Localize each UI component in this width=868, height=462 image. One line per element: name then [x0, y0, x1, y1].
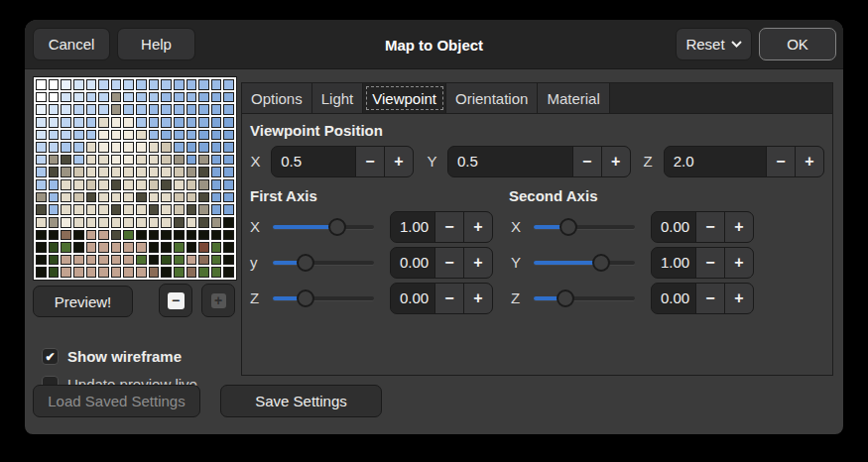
show-wireframe-row[interactable]: ✔ Show wireframe: [42, 348, 182, 365]
decrement-button[interactable]: −: [695, 248, 724, 278]
increment-button[interactable]: +: [724, 248, 753, 278]
tab-light[interactable]: Light: [312, 83, 364, 113]
preview-cell: [73, 179, 84, 190]
slider-handle[interactable]: [559, 218, 577, 236]
preview-cell: [36, 92, 47, 103]
preview-cell: [136, 242, 147, 253]
zoom-in-icon: +: [211, 293, 226, 308]
preview-cell: [136, 117, 147, 128]
preview-cell: [86, 79, 97, 90]
slider-handle[interactable]: [557, 289, 574, 307]
vp-y-decrement-button[interactable]: −: [572, 147, 601, 176]
vp-z-spinbutton: 2.0 − +: [664, 146, 824, 177]
preview-button[interactable]: Preview!: [33, 286, 133, 317]
preview-cell: [174, 92, 185, 103]
second-axis-x-input[interactable]: 0.00: [652, 212, 695, 242]
vp-x-input[interactable]: 0.5: [272, 147, 355, 176]
zoom-out-icon: −: [168, 292, 185, 309]
preview-cell: [223, 92, 234, 103]
tab-viewpoint[interactable]: Viewpoint: [363, 83, 446, 113]
first-axis-y-spinbutton: 0.00 − +: [390, 247, 493, 279]
slider-handle[interactable]: [328, 218, 346, 236]
slider-handle[interactable]: [592, 254, 610, 272]
preview-cell: [111, 130, 122, 141]
vp-x-increment-button[interactable]: +: [384, 147, 413, 176]
first-axis-z-input[interactable]: 0.00: [391, 284, 434, 313]
preview-cell: [223, 179, 234, 190]
decrement-button[interactable]: −: [695, 212, 724, 242]
increment-button[interactable]: +: [463, 284, 492, 313]
increment-button[interactable]: +: [463, 248, 492, 278]
reset-button[interactable]: Reset: [676, 28, 752, 60]
preview-cell: [49, 104, 60, 115]
preview-cell: [49, 255, 60, 266]
preview-cell: [223, 217, 234, 228]
preview-cell: [98, 142, 109, 153]
increment-button[interactable]: +: [724, 284, 753, 313]
decrement-button[interactable]: −: [434, 212, 463, 242]
second-axis-y-slider[interactable]: [534, 247, 635, 279]
ok-button[interactable]: OK: [759, 28, 836, 60]
preview-area[interactable]: [33, 76, 237, 281]
show-wireframe-checkbox[interactable]: ✔: [42, 348, 59, 365]
vp-y-increment-button[interactable]: +: [601, 147, 630, 176]
tab-strip: Options Light Viewpoint Orientation Mate…: [242, 83, 832, 114]
preview-cell: [186, 117, 197, 128]
preview-cell: [149, 230, 160, 241]
preview-cell: [198, 267, 209, 278]
preview-cell: [123, 267, 134, 278]
vp-z-increment-button[interactable]: +: [795, 147, 823, 176]
preview-cell: [186, 179, 197, 190]
slider-handle[interactable]: [297, 289, 314, 307]
preview-cell: [161, 104, 172, 115]
preview-cell: [136, 142, 147, 153]
second-axis-z-input[interactable]: 0.00: [652, 284, 695, 313]
preview-cell: [111, 192, 122, 203]
first-axis-x-input[interactable]: 1.00: [391, 212, 434, 242]
tab-material[interactable]: Material: [538, 83, 609, 113]
vp-z-input[interactable]: 2.0: [665, 147, 766, 176]
first-axis-z-slider[interactable]: [273, 283, 374, 314]
decrement-button[interactable]: −: [434, 284, 463, 313]
preview-cell: [136, 217, 147, 228]
preview-cell: [123, 117, 134, 128]
tab-orientation[interactable]: Orientation: [446, 83, 538, 113]
preview-cell: [123, 255, 134, 266]
preview-cell: [149, 192, 160, 203]
preview-cell: [161, 267, 172, 278]
zoom-out-button[interactable]: −: [159, 284, 192, 317]
second-axis-x-slider[interactable]: [534, 211, 635, 243]
slider-handle[interactable]: [297, 254, 314, 272]
preview-cell: [211, 230, 222, 241]
first-axis-x-slider[interactable]: [273, 211, 374, 243]
preview-cell: [161, 92, 172, 103]
second-axis-z-slider[interactable]: [534, 283, 635, 314]
first-axis-y-input[interactable]: 0.00: [391, 248, 434, 278]
preview-cell: [36, 130, 47, 141]
decrement-button[interactable]: −: [695, 284, 724, 313]
preview-cell: [161, 242, 172, 253]
viewpoint-position-row: X 0.5 − + Y 0.5 − + Z 2.0 − +: [250, 145, 824, 177]
preview-cell: [111, 92, 122, 103]
preview-cell: [61, 117, 71, 128]
vp-x-decrement-button[interactable]: −: [355, 147, 384, 176]
increment-button[interactable]: +: [463, 212, 492, 242]
decrement-button[interactable]: −: [434, 248, 463, 278]
second-axis-y-input[interactable]: 1.00: [652, 248, 695, 278]
vp-z-decrement-button[interactable]: −: [766, 147, 795, 176]
cancel-button[interactable]: Cancel: [33, 28, 110, 60]
preview-cell: [174, 104, 185, 115]
vp-y-input[interactable]: 0.5: [448, 147, 572, 176]
preview-cell: [61, 167, 71, 177]
preview-cell: [174, 155, 185, 166]
preview-cell: [86, 155, 97, 166]
tab-options[interactable]: Options: [242, 83, 312, 113]
help-button[interactable]: Help: [117, 28, 195, 60]
increment-button[interactable]: +: [724, 212, 753, 242]
preview-cell: [174, 167, 185, 177]
save-settings-button[interactable]: Save Settings: [220, 385, 382, 417]
first-axis-y-slider[interactable]: [273, 247, 374, 279]
first-axis-x-label: X: [250, 218, 264, 235]
preview-cell: [49, 92, 60, 103]
preview-cell: [149, 204, 160, 215]
